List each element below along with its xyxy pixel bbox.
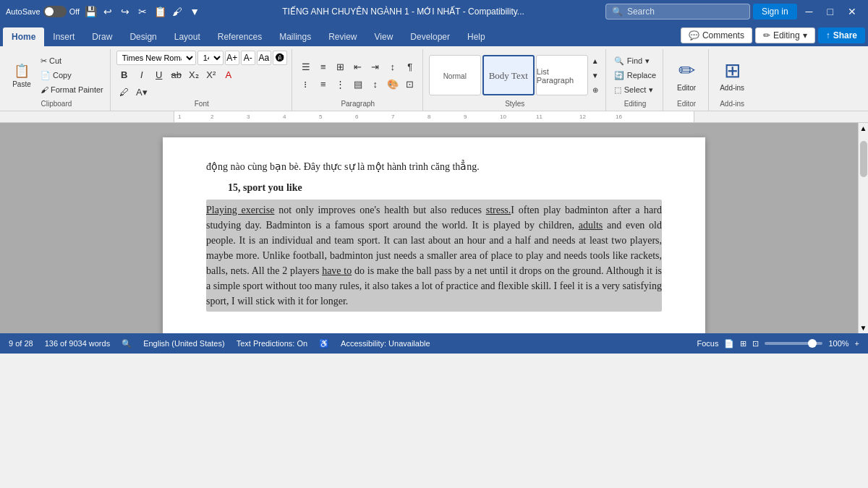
- styles-up-button[interactable]: ▲: [590, 55, 601, 67]
- italic-button[interactable]: I: [134, 67, 150, 82]
- tab-review[interactable]: Review: [320, 27, 365, 46]
- comments-button[interactable]: 💬 Comments: [681, 27, 752, 43]
- font-color-button[interactable]: A: [221, 67, 237, 82]
- autosave-knob: [45, 7, 54, 16]
- increase-indent-button[interactable]: ⇥: [367, 59, 383, 74]
- tab-draw[interactable]: Draw: [83, 27, 121, 46]
- share-button[interactable]: ↑ Share: [818, 27, 865, 43]
- stress-text: stress.: [486, 205, 511, 215]
- underline-button[interactable]: U: [151, 67, 167, 82]
- tab-home[interactable]: Home: [3, 27, 44, 46]
- proofread-icon: 🔍: [122, 339, 132, 348]
- sort-button[interactable]: ↕: [385, 59, 401, 74]
- format-painter-button[interactable]: 🖌 Format Painter: [38, 83, 106, 96]
- bullets-button[interactable]: ☰: [298, 59, 314, 74]
- undo-icon[interactable]: ↩: [101, 5, 114, 18]
- signin-button[interactable]: Sign in: [753, 4, 797, 20]
- multilevel-button[interactable]: ⊞: [333, 59, 349, 74]
- find-button[interactable]: 🔍 Find ▾: [612, 54, 658, 67]
- superscript-button[interactable]: X²: [203, 67, 219, 82]
- autosave-state: Off: [69, 7, 80, 16]
- redo-icon[interactable]: ↪: [119, 5, 132, 18]
- cut-icon[interactable]: ✂: [136, 5, 149, 18]
- subscript-button[interactable]: X₂: [186, 67, 202, 82]
- align-right-button[interactable]: ⋮: [333, 76, 349, 92]
- customize-icon[interactable]: ▼: [188, 5, 201, 18]
- close-button[interactable]: ✕: [842, 4, 862, 19]
- select-button[interactable]: ⬚ Select ▾: [612, 83, 658, 96]
- document-page[interactable]: động nào cùng bạn bè. Đây thực sự là một…: [163, 137, 705, 333]
- show-hide-button[interactable]: ¶: [402, 59, 418, 74]
- zoom-thumb[interactable]: [808, 339, 817, 348]
- align-center-button[interactable]: ≡: [315, 76, 331, 92]
- scroll-up-button[interactable]: ▲: [859, 123, 868, 134]
- clipboard-icon[interactable]: 📋: [153, 5, 166, 18]
- para-row1: ☰ ≡ ⊞ ⇤ ⇥ ↕ ¶: [298, 59, 418, 74]
- style-list-paragraph[interactable]: List Paragraph: [536, 55, 588, 95]
- clear-format-button[interactable]: Aa: [257, 51, 271, 65]
- ruler-inner: 1 2 3 4 5 6 7 8 9 10 11 12 16: [174, 111, 694, 122]
- grow-font-button[interactable]: A+: [225, 51, 239, 65]
- paste-button[interactable]: 📋 Paste: [7, 55, 36, 95]
- layout-icon-3[interactable]: ⊡: [752, 339, 759, 348]
- scroll-down-button[interactable]: ▼: [859, 322, 868, 333]
- editing-label: Editing: [624, 100, 647, 109]
- tab-mailings[interactable]: Mailings: [271, 27, 320, 46]
- format-painter-icon[interactable]: 🖌: [171, 5, 184, 18]
- minimize-button[interactable]: ─: [800, 4, 819, 19]
- text-predictions[interactable]: Text Predictions: On: [237, 339, 307, 348]
- align-left-button[interactable]: ⫶: [298, 76, 314, 92]
- line-spacing-button[interactable]: ↕: [367, 76, 383, 92]
- highlight-button[interactable]: 🖊: [116, 84, 132, 100]
- style-normal[interactable]: Normal: [429, 55, 481, 95]
- addins-button[interactable]: ⊞ Add-ins: [715, 55, 749, 95]
- copy-icon: 📄: [41, 71, 51, 80]
- styles-expand-button[interactable]: ⊕: [590, 84, 601, 95]
- tab-references[interactable]: References: [209, 27, 271, 46]
- main-paragraph[interactable]: Playing exercise not only improves one's…: [206, 200, 662, 312]
- bold-button[interactable]: B: [116, 67, 132, 82]
- paragraph-content: ☰ ≡ ⊞ ⇤ ⇥ ↕ ¶ ⫶ ≡ ⋮ ▤ ↕ 🎨 ⊡: [298, 51, 418, 100]
- replace-icon: 🔄: [614, 71, 624, 80]
- autosave-toggle[interactable]: [43, 6, 67, 17]
- tab-help[interactable]: Help: [459, 27, 494, 46]
- scrollbar[interactable]: ▲ ▼: [858, 123, 868, 333]
- decrease-indent-button[interactable]: ⇤: [350, 59, 366, 74]
- tab-developer[interactable]: Developer: [401, 27, 459, 46]
- tab-insert[interactable]: Insert: [44, 27, 83, 46]
- font-color2-button[interactable]: A▾: [134, 84, 150, 100]
- shading-button[interactable]: 🎨: [385, 76, 401, 92]
- cut-button[interactable]: ✂ Cut: [38, 54, 106, 67]
- shrink-font-button[interactable]: A-: [241, 51, 255, 65]
- focus-label[interactable]: Focus: [697, 339, 718, 348]
- tab-layout[interactable]: Layout: [166, 27, 209, 46]
- style-body-text[interactable]: Body Text: [482, 55, 535, 95]
- maximize-button[interactable]: □: [822, 4, 839, 19]
- select-icon: ⬚: [614, 85, 621, 95]
- layout-icon-2[interactable]: ⊞: [740, 339, 746, 348]
- styles-down-button[interactable]: ▼: [590, 69, 601, 81]
- ribbon-tabs-bar: Home Insert Draw Design Layout Reference…: [0, 23, 868, 46]
- search-box[interactable]: 🔍 Search: [605, 4, 750, 20]
- language[interactable]: English (United States): [143, 339, 225, 348]
- numbering-button[interactable]: ≡: [315, 59, 331, 74]
- scroll-thumb[interactable]: [860, 141, 867, 177]
- font-family-select[interactable]: Times New Roman: [116, 51, 196, 65]
- zoom-plus-button[interactable]: +: [855, 339, 859, 348]
- borders-button[interactable]: ⊡: [402, 76, 418, 92]
- tab-view[interactable]: View: [366, 27, 402, 46]
- text-case-button[interactable]: 🅐: [273, 51, 287, 65]
- autosave-label: AutoSave: [6, 7, 41, 16]
- strikethrough-button[interactable]: ab: [169, 67, 184, 82]
- replace-button[interactable]: 🔄 Replace: [612, 69, 658, 82]
- tab-design[interactable]: Design: [121, 27, 165, 46]
- save-icon[interactable]: 💾: [84, 5, 97, 18]
- zoom-slider[interactable]: [765, 342, 822, 345]
- accessibility[interactable]: Accessibility: Unavailable: [341, 339, 430, 348]
- editing-button[interactable]: ✏ Editing ▾: [755, 27, 815, 43]
- editor-button[interactable]: ✏ Editor: [669, 55, 704, 95]
- font-size-select[interactable]: 14: [197, 51, 224, 65]
- layout-icon-1[interactable]: 📄: [724, 339, 734, 348]
- justify-button[interactable]: ▤: [350, 76, 366, 92]
- copy-button[interactable]: 📄 Copy: [38, 69, 106, 82]
